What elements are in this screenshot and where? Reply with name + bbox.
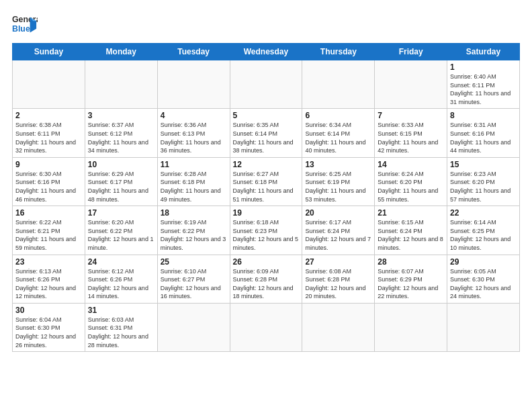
day-number: 9: [15, 160, 82, 169]
day-cell: 9Sunrise: 6:30 AM Sunset: 6:16 PM Daylig…: [13, 157, 85, 205]
day-cell: [447, 303, 520, 351]
day-cell: 1Sunrise: 6:40 AM Sunset: 6:11 PM Daylig…: [447, 60, 520, 109]
day-cell: 8Sunrise: 6:31 AM Sunset: 6:16 PM Daylig…: [447, 109, 520, 157]
day-cell: 4Sunrise: 6:36 AM Sunset: 6:13 PM Daylig…: [157, 109, 230, 157]
week-row-3: 9Sunrise: 6:30 AM Sunset: 6:16 PM Daylig…: [13, 157, 520, 205]
day-cell: 20Sunrise: 6:17 AM Sunset: 6:24 PM Dayli…: [302, 206, 375, 255]
day-cell: 21Sunrise: 6:15 AM Sunset: 6:24 PM Dayli…: [375, 206, 447, 255]
day-cell: [85, 60, 157, 109]
day-cell: 10Sunrise: 6:29 AM Sunset: 6:17 PM Dayli…: [85, 157, 157, 205]
day-number: 7: [378, 111, 444, 120]
day-number: 16: [15, 208, 82, 218]
day-cell: 12Sunrise: 6:27 AM Sunset: 6:18 PM Dayli…: [230, 157, 302, 205]
day-cell: 19Sunrise: 6:18 AM Sunset: 6:23 PM Dayli…: [230, 206, 302, 255]
day-cell: 14Sunrise: 6:24 AM Sunset: 6:20 PM Dayli…: [375, 157, 447, 205]
day-cell: 15Sunrise: 6:23 AM Sunset: 6:20 PM Dayli…: [447, 157, 520, 205]
weekday-tuesday: Tuesday: [157, 44, 230, 60]
day-cell: [230, 303, 302, 351]
day-info: Sunrise: 6:13 AM Sunset: 6:26 PM Dayligh…: [15, 267, 82, 301]
day-number: 30: [15, 306, 82, 315]
day-info: Sunrise: 6:20 AM Sunset: 6:22 PM Dayligh…: [88, 218, 154, 252]
day-cell: [13, 60, 85, 109]
day-info: Sunrise: 6:03 AM Sunset: 6:31 PM Dayligh…: [88, 316, 154, 349]
weekday-thursday: Thursday: [302, 44, 375, 60]
day-info: Sunrise: 6:04 AM Sunset: 6:30 PM Dayligh…: [15, 316, 82, 349]
day-number: 31: [88, 306, 154, 315]
day-number: 23: [15, 257, 82, 267]
calendar: SundayMondayTuesdayWednesdayThursdayFrid…: [12, 43, 520, 352]
day-cell: 27Sunrise: 6:08 AM Sunset: 6:28 PM Dayli…: [302, 255, 375, 303]
day-cell: [157, 303, 230, 351]
day-cell: 7Sunrise: 6:33 AM Sunset: 6:15 PM Daylig…: [375, 109, 447, 157]
weekday-header-row: SundayMondayTuesdayWednesdayThursdayFrid…: [13, 44, 520, 60]
day-number: 24: [88, 257, 154, 267]
day-info: Sunrise: 6:25 AM Sunset: 6:19 PM Dayligh…: [305, 170, 371, 203]
day-cell: 24Sunrise: 6:12 AM Sunset: 6:26 PM Dayli…: [85, 255, 157, 303]
day-cell: 5Sunrise: 6:35 AM Sunset: 6:14 PM Daylig…: [230, 109, 302, 157]
day-info: Sunrise: 6:12 AM Sunset: 6:26 PM Dayligh…: [88, 267, 154, 301]
day-cell: [375, 303, 447, 351]
day-number: 2: [15, 111, 82, 120]
day-info: Sunrise: 6:40 AM Sunset: 6:11 PM Dayligh…: [450, 73, 517, 106]
day-number: 13: [305, 160, 371, 169]
weekday-friday: Friday: [375, 44, 447, 60]
day-info: Sunrise: 6:15 AM Sunset: 6:24 PM Dayligh…: [378, 218, 444, 252]
day-cell: [302, 303, 375, 351]
day-cell: [302, 60, 375, 109]
day-cell: [230, 60, 302, 109]
day-number: 21: [378, 208, 444, 218]
day-cell: 17Sunrise: 6:20 AM Sunset: 6:22 PM Dayli…: [85, 206, 157, 255]
day-number: 6: [305, 111, 371, 120]
day-info: Sunrise: 6:28 AM Sunset: 6:18 PM Dayligh…: [161, 170, 227, 203]
day-cell: 31Sunrise: 6:03 AM Sunset: 6:31 PM Dayli…: [85, 303, 157, 351]
day-number: 26: [233, 257, 300, 267]
logo-icon: General Blue: [12, 12, 38, 38]
day-number: 12: [233, 160, 300, 169]
day-cell: 30Sunrise: 6:04 AM Sunset: 6:30 PM Dayli…: [13, 303, 85, 351]
day-number: 14: [378, 160, 444, 169]
day-cell: 16Sunrise: 6:22 AM Sunset: 6:21 PM Dayli…: [13, 206, 85, 255]
day-cell: [157, 60, 230, 109]
day-cell: 3Sunrise: 6:37 AM Sunset: 6:12 PM Daylig…: [85, 109, 157, 157]
day-info: Sunrise: 6:38 AM Sunset: 6:11 PM Dayligh…: [15, 121, 82, 154]
day-info: Sunrise: 6:31 AM Sunset: 6:16 PM Dayligh…: [450, 121, 517, 154]
day-number: 22: [450, 208, 517, 218]
day-cell: 29Sunrise: 6:05 AM Sunset: 6:30 PM Dayli…: [447, 255, 520, 303]
day-info: Sunrise: 6:30 AM Sunset: 6:16 PM Dayligh…: [15, 170, 82, 203]
day-cell: 22Sunrise: 6:14 AM Sunset: 6:25 PM Dayli…: [447, 206, 520, 255]
weekday-wednesday: Wednesday: [230, 44, 302, 60]
day-info: Sunrise: 6:07 AM Sunset: 6:29 PM Dayligh…: [378, 267, 444, 301]
day-info: Sunrise: 6:34 AM Sunset: 6:14 PM Dayligh…: [305, 121, 371, 154]
day-number: 20: [305, 208, 371, 218]
day-info: Sunrise: 6:22 AM Sunset: 6:21 PM Dayligh…: [15, 218, 82, 252]
day-cell: 26Sunrise: 6:09 AM Sunset: 6:28 PM Dayli…: [230, 255, 302, 303]
day-number: 5: [233, 111, 300, 120]
day-number: 8: [450, 111, 517, 120]
day-info: Sunrise: 6:09 AM Sunset: 6:28 PM Dayligh…: [233, 267, 300, 301]
weekday-sunday: Sunday: [13, 44, 85, 60]
day-number: 11: [161, 160, 227, 169]
day-cell: 11Sunrise: 6:28 AM Sunset: 6:18 PM Dayli…: [157, 157, 230, 205]
page: General Blue SundayMondayTuesdayWednesda…: [0, 0, 532, 359]
day-info: Sunrise: 6:14 AM Sunset: 6:25 PM Dayligh…: [450, 218, 517, 252]
day-cell: 18Sunrise: 6:19 AM Sunset: 6:22 PM Dayli…: [157, 206, 230, 255]
day-info: Sunrise: 6:29 AM Sunset: 6:17 PM Dayligh…: [88, 170, 154, 203]
day-cell: 2Sunrise: 6:38 AM Sunset: 6:11 PM Daylig…: [13, 109, 85, 157]
day-number: 3: [88, 111, 154, 120]
day-info: Sunrise: 6:33 AM Sunset: 6:15 PM Dayligh…: [378, 121, 444, 154]
day-info: Sunrise: 6:27 AM Sunset: 6:18 PM Dayligh…: [233, 170, 300, 203]
day-info: Sunrise: 6:10 AM Sunset: 6:27 PM Dayligh…: [161, 267, 227, 301]
day-number: 18: [161, 208, 227, 218]
header: General Blue: [12, 12, 520, 38]
day-info: Sunrise: 6:35 AM Sunset: 6:14 PM Dayligh…: [233, 121, 300, 154]
day-info: Sunrise: 6:37 AM Sunset: 6:12 PM Dayligh…: [88, 121, 154, 154]
day-info: Sunrise: 6:05 AM Sunset: 6:30 PM Dayligh…: [450, 267, 517, 301]
day-number: 10: [88, 160, 154, 169]
day-info: Sunrise: 6:23 AM Sunset: 6:20 PM Dayligh…: [450, 170, 517, 203]
day-cell: 23Sunrise: 6:13 AM Sunset: 6:26 PM Dayli…: [13, 255, 85, 303]
svg-text:Blue: Blue: [12, 24, 30, 34]
weekday-saturday: Saturday: [447, 44, 520, 60]
day-number: 1: [450, 62, 517, 72]
day-number: 25: [161, 257, 227, 267]
day-number: 17: [88, 208, 154, 218]
